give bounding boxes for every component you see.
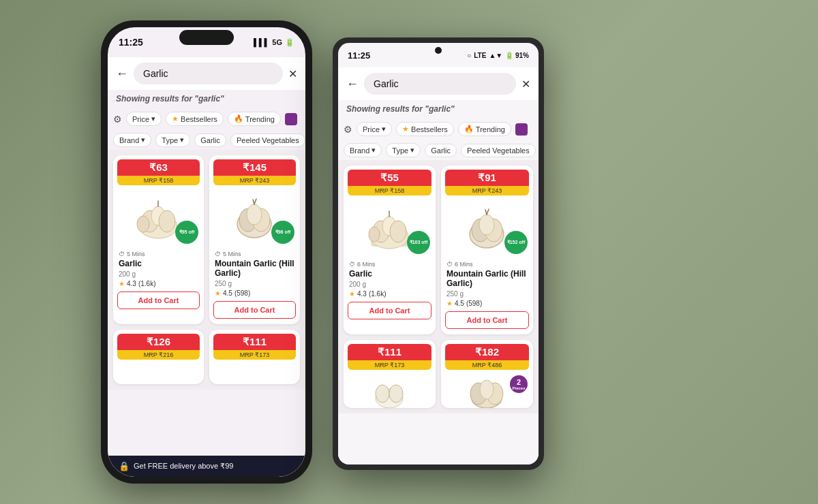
category-type-left[interactable]: Type ▾	[155, 133, 190, 147]
product-weight-right-1: 200 g	[344, 280, 436, 289]
dynamic-island	[179, 30, 234, 45]
close-button-left[interactable]: ✕	[288, 67, 297, 80]
price-mrp-left-3: MRP ₹216	[117, 350, 200, 360]
category-bar-right: Brand ▾ Type ▾ Garlic Peeled Vegetables	[338, 140, 539, 160]
price-mrp-right-2: MRP ₹243	[445, 186, 529, 195]
product-grid-right: ₹55 MRP ₹158	[338, 160, 539, 413]
search-value-left: Garlic	[143, 68, 273, 79]
product-card-right-2: ₹91 MRP ₹243	[441, 166, 533, 334]
add-to-cart-button-right-1[interactable]: Add to Cart	[348, 302, 431, 319]
star-icon: ★	[119, 280, 125, 287]
fire-icon: 🔥	[464, 125, 474, 133]
product-img-wrap-right-2: ₹152 off	[441, 197, 533, 258]
off-badge-right-2: ₹152 off	[504, 231, 528, 254]
product-grid-left: ₹63 MRP ₹158	[108, 150, 305, 390]
chevron-down-icon: ▾	[141, 136, 145, 144]
filter-bestsellers-right[interactable]: ★ Bestsellers	[396, 122, 454, 136]
back-button-right[interactable]: ←	[346, 77, 359, 91]
app-content-left: ← Garlic ✕ Showing results for "garlic" …	[108, 57, 305, 477]
category-peeled-right[interactable]: Peeled Vegetables	[461, 144, 536, 157]
price-badge-left-1: ₹63 MRP ₹158	[117, 159, 200, 185]
category-type-right[interactable]: Type ▾	[386, 143, 421, 157]
svg-point-9	[247, 204, 262, 225]
filter-trending-left[interactable]: 🔥 Trending	[228, 112, 281, 126]
status-icons-right: ○ LTE ▲▼ 🔋 91%	[467, 52, 529, 59]
product-card-right-3: ₹111 MRP ₹173	[344, 340, 436, 408]
star-icon: ★	[172, 114, 179, 123]
price-top-right-1: ₹55	[348, 170, 431, 186]
star-icon: ★	[215, 289, 221, 297]
phone-right-screen: 11:25 ○ LTE ▲▼ 🔋 91% ← Garlic ✕	[338, 43, 539, 464]
product-img-wrap-left-2: ₹98 off	[209, 187, 300, 248]
product-weight-left-1: 200 g	[113, 270, 204, 279]
bottom-bar-text-left: Get FREE delivery above ₹99	[134, 462, 233, 471]
search-bar-right[interactable]: Garlic	[364, 73, 516, 95]
price-badge-left-3: ₹126 MRP ₹216	[117, 334, 200, 360]
filter-icon-left[interactable]: ⚙	[113, 114, 122, 125]
clock-icon: ⏱	[215, 251, 221, 257]
product-rating-left-2: ★ 4.5 (598)	[209, 288, 300, 298]
product-rating-right-1: ★ 4.3 (1.6k)	[344, 289, 436, 299]
fire-icon: 🔥	[234, 114, 243, 123]
price-mrp-left-4: MRP ₹173	[213, 350, 296, 360]
filter-bestsellers-left[interactable]: ★ Bestsellers	[166, 112, 224, 126]
add-to-cart-button-left-2[interactable]: Add to Cart	[213, 301, 296, 319]
clock-icon: ⏱	[446, 261, 453, 268]
search-bar-left[interactable]: Garlic	[134, 63, 283, 84]
product-weight-left-2: 250 g	[209, 279, 300, 288]
category-peeled-left[interactable]: Peeled Vegetables	[230, 133, 305, 147]
product-img-wrap-left-1: ₹95 off	[113, 187, 204, 248]
add-to-cart-button-left-1[interactable]: Add to Cart	[117, 292, 200, 309]
svg-line-11	[254, 199, 256, 204]
results-text-left: Showing results for "garlic"	[108, 90, 305, 108]
phone-left-screen: 11:25 ▌▌▌ 5G 🔋 ← Garlic ✕	[108, 27, 305, 477]
chevron-down-icon: ▾	[151, 114, 155, 123]
product-card-left-4: ₹111 MRP ₹173	[209, 330, 300, 384]
svg-point-17	[369, 227, 380, 242]
garlic-image-right-4	[465, 375, 509, 408]
category-brand-left[interactable]: Brand ▾	[113, 133, 151, 147]
clock-icon: ⏱	[349, 261, 355, 268]
product-img-wrap-right-3	[344, 371, 436, 408]
category-garlic-right[interactable]: Garlic	[425, 144, 457, 157]
bottom-bar-left: 🔒 Get FREE delivery above ₹99	[108, 456, 305, 477]
category-garlic-left[interactable]: Garlic	[194, 133, 226, 147]
lock-icon: 🔒	[119, 461, 130, 471]
filter-icon-right[interactable]: ⚙	[344, 124, 352, 135]
search-header-left: ← Garlic ✕	[108, 57, 305, 90]
price-badge-left-4: ₹111 MRP ₹173	[213, 334, 296, 360]
garlic-image-right-3	[367, 375, 412, 408]
off-badge-right-1: ₹103 off	[407, 231, 430, 254]
price-top-left-3: ₹126	[117, 334, 200, 350]
off-badge-left-1: ₹95 off	[175, 221, 198, 244]
product-rating-right-2: ★ 4.5 (598)	[441, 298, 533, 309]
battery-icon-right: 🔋 91%	[505, 52, 529, 59]
chevron-down-icon: ▾	[382, 125, 386, 133]
price-badge-right-2: ₹91 MRP ₹243	[445, 170, 529, 195]
results-text-right: Showing results for "garlic"	[338, 100, 539, 118]
svg-point-31	[480, 380, 494, 399]
category-brand-right[interactable]: Brand ▾	[344, 143, 382, 157]
time-right: 11:25	[348, 50, 370, 61]
scene: 11:25 ▌▌▌ 5G 🔋 ← Garlic ✕	[0, 0, 818, 504]
filter-price-right[interactable]: Price ▾	[357, 122, 392, 136]
svg-point-27	[389, 385, 403, 403]
filter-bar-left: ⚙ Price ▾ ★ Bestsellers 🔥 Trending	[108, 108, 305, 130]
product-card-right-1: ₹55 MRP ₹158	[344, 166, 436, 334]
product-name-left-1: Garlic	[113, 257, 204, 270]
product-img-wrap-right-4: 2 Pieces	[441, 371, 533, 408]
off-badge-left-2: ₹98 off	[271, 221, 294, 244]
delivery-time-right-2: ⏱ 6 Mins	[441, 258, 533, 268]
product-weight-right-2: 250 g	[441, 289, 533, 298]
add-to-cart-button-right-2[interactable]: Add to Cart	[445, 311, 529, 329]
delivery-time-right-1: ⏱ 6 Mins	[344, 258, 436, 268]
close-button-right[interactable]: ✕	[521, 78, 530, 91]
filter-bar-right: ⚙ Price ▾ ★ Bestsellers 🔥 Trending	[338, 118, 539, 140]
price-top-right-3: ₹111	[348, 344, 431, 360]
chevron-down-icon: ▾	[410, 146, 414, 155]
back-button-left[interactable]: ←	[116, 67, 128, 81]
product-img-wrap-right-1: ₹103 off	[344, 197, 436, 258]
filter-price-left[interactable]: Price ▾	[126, 112, 162, 126]
filter-trending-right[interactable]: 🔥 Trending	[458, 122, 511, 136]
product-card-left-3: ₹126 MRP ₹216	[113, 330, 204, 384]
